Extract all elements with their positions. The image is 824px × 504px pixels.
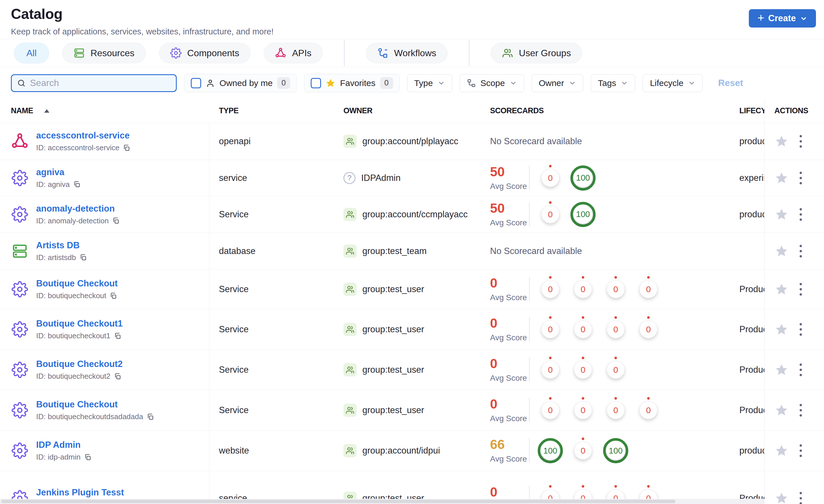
row-menu-kebab-icon[interactable] bbox=[798, 322, 804, 338]
scorecard-ring-0[interactable]: 0 bbox=[538, 201, 563, 228]
scorecards-cell: 0 Avg Score 0 0 0 0 bbox=[488, 309, 739, 350]
group-icon bbox=[343, 404, 356, 417]
copy-icon[interactable] bbox=[146, 413, 154, 420]
scorecard-ring-0[interactable]: 0 bbox=[538, 357, 563, 383]
scorecard-ring-0[interactable]: 0 bbox=[636, 276, 661, 302]
copy-icon[interactable] bbox=[112, 217, 120, 225]
favorite-toggle-star-icon[interactable] bbox=[775, 171, 788, 184]
favorite-toggle-star-icon[interactable] bbox=[775, 323, 788, 336]
scorecard-ring-0[interactable]: 0 bbox=[603, 397, 628, 423]
favorite-toggle-star-icon[interactable] bbox=[775, 404, 788, 417]
entity-name-link[interactable]: Artists DB bbox=[36, 240, 87, 251]
favorite-toggle-star-icon[interactable] bbox=[775, 444, 788, 457]
scorecard-ring-0[interactable]: 0 bbox=[571, 397, 596, 423]
owned-by-me-filter[interactable]: Owned by me 0 bbox=[184, 74, 297, 92]
entity-name-link[interactable]: Boutique Checkout1 bbox=[36, 319, 122, 329]
group-icon bbox=[343, 245, 356, 258]
entity-name-link[interactable]: accesscontrol-service bbox=[36, 130, 130, 141]
favorite-toggle-star-icon[interactable] bbox=[775, 245, 788, 258]
tab-resources[interactable]: Resources bbox=[62, 43, 146, 64]
tab-components[interactable]: Components bbox=[159, 43, 250, 64]
entity-name-link[interactable]: agniva bbox=[36, 167, 81, 177]
page-title: Catalog bbox=[11, 6, 274, 22]
favorite-toggle-star-icon[interactable] bbox=[775, 135, 788, 148]
scorecard-ring-0[interactable]: 0 bbox=[571, 276, 596, 302]
entity-name-link[interactable]: Boutique Checkout bbox=[36, 399, 154, 410]
progress-dot bbox=[549, 485, 552, 488]
filter-dropdown-tags[interactable]: Tags bbox=[591, 74, 635, 92]
scorecard-ring-0[interactable]: 0 bbox=[603, 316, 628, 343]
copy-icon[interactable] bbox=[114, 332, 121, 340]
filter-dropdown-type[interactable]: Type bbox=[407, 74, 452, 92]
scorecard-ring-0[interactable]: 0 bbox=[603, 276, 628, 302]
table-scroll-area[interactable]: NAME TYPE OWNER SCORECARDS LIFECYCLE acc… bbox=[0, 99, 764, 504]
entity-name-link[interactable]: Boutique Checkout bbox=[36, 278, 118, 289]
scorecard-ring-0[interactable]: 0 bbox=[538, 397, 563, 423]
owner-cell: group:account/idpui bbox=[343, 430, 488, 471]
copy-icon[interactable] bbox=[80, 254, 87, 261]
tab-apis[interactable]: APIs bbox=[264, 43, 323, 64]
favorite-toggle-star-icon[interactable] bbox=[775, 363, 788, 376]
favorite-toggle-star-icon[interactable] bbox=[775, 208, 788, 221]
copy-icon[interactable] bbox=[110, 292, 117, 299]
scorecard-ring-100[interactable]: 100 bbox=[538, 437, 563, 464]
scorecard-ring-0[interactable]: 0 bbox=[636, 316, 661, 343]
favorites-filter[interactable]: Favorites 0 bbox=[304, 74, 399, 92]
scorecard-ring-100[interactable]: 100 bbox=[571, 165, 596, 191]
person-icon bbox=[206, 79, 215, 88]
reset-filters-link[interactable]: Reset bbox=[718, 78, 743, 88]
tab-workflows[interactable]: Workflows bbox=[366, 43, 447, 64]
filter-dropdown-lifecycle[interactable]: Lifecycle bbox=[643, 74, 703, 92]
scorecard-ring-0[interactable]: 0 bbox=[571, 357, 596, 383]
tab-user-groups[interactable]: User Groups bbox=[491, 43, 582, 64]
row-menu-kebab-icon[interactable] bbox=[798, 443, 804, 459]
row-menu-kebab-icon[interactable] bbox=[798, 133, 804, 149]
scorecard-ring-100[interactable]: 100 bbox=[603, 437, 628, 464]
favorite-toggle-star-icon[interactable] bbox=[775, 492, 788, 504]
copy-icon[interactable] bbox=[84, 454, 92, 461]
scorecard-ring-0[interactable]: 0 bbox=[538, 165, 563, 191]
dropdown-label: Type bbox=[414, 78, 433, 88]
scorecard-ring-0[interactable]: 0 bbox=[571, 437, 596, 464]
avg-score-value: 50 bbox=[490, 165, 529, 178]
scorecard-ring-0[interactable]: 0 bbox=[538, 316, 563, 343]
row-menu-kebab-icon[interactable] bbox=[798, 402, 804, 418]
column-header-name[interactable]: NAME bbox=[0, 106, 209, 115]
owner-cell: group:account/plplayacc bbox=[343, 123, 488, 160]
entity-name-link[interactable]: anomaly-detection bbox=[36, 204, 120, 214]
row-menu-kebab-icon[interactable] bbox=[798, 362, 804, 378]
scorecards-cell: 0 Avg Score 0 0 0 0 bbox=[488, 269, 739, 309]
row-menu-kebab-icon[interactable] bbox=[798, 490, 804, 504]
owned-by-me-checkbox[interactable] bbox=[191, 78, 201, 88]
favorite-toggle-star-icon[interactable] bbox=[775, 283, 788, 296]
scorecard-ring-0[interactable]: 0 bbox=[538, 276, 563, 302]
entity-name-link[interactable]: Boutique Checkout2 bbox=[36, 359, 122, 369]
lifecycle-value: Production bbox=[739, 284, 764, 294]
scorecard-ring-0[interactable]: 0 bbox=[603, 357, 628, 383]
table-row: Boutique Checkout2 ID: boutiquecheckout2… bbox=[0, 350, 764, 390]
favorites-checkbox[interactable] bbox=[311, 78, 321, 88]
avg-score-value: 0 bbox=[490, 317, 529, 330]
horizontal-scrollbar[interactable] bbox=[0, 499, 764, 504]
horizontal-scrollbar-thumb[interactable] bbox=[1, 500, 676, 503]
filter-dropdown-scope[interactable]: Scope bbox=[459, 74, 524, 92]
row-menu-kebab-icon[interactable] bbox=[798, 243, 804, 259]
filter-dropdown-owner[interactable]: Owner bbox=[532, 74, 583, 92]
entity-name-link[interactable]: Jenkins Plugin Tesst bbox=[36, 487, 124, 498]
table-row: IDP Admin ID: idp-admin website group:ac… bbox=[0, 430, 764, 471]
owner-cell: group:test_user bbox=[343, 309, 488, 350]
tab-all[interactable]: All bbox=[14, 43, 49, 64]
row-menu-kebab-icon[interactable] bbox=[798, 170, 804, 186]
search-input[interactable] bbox=[30, 78, 171, 88]
copy-icon[interactable] bbox=[123, 144, 130, 152]
copy-icon[interactable] bbox=[73, 180, 81, 188]
entity-name-link[interactable]: IDP Admin bbox=[36, 440, 92, 450]
create-button[interactable]: + Create bbox=[749, 9, 816, 27]
scorecard-ring-0[interactable]: 0 bbox=[571, 316, 596, 343]
row-menu-kebab-icon[interactable] bbox=[798, 207, 804, 223]
row-menu-kebab-icon[interactable] bbox=[798, 281, 804, 297]
progress-dot bbox=[549, 357, 552, 359]
copy-icon[interactable] bbox=[114, 373, 121, 380]
scorecard-ring-100[interactable]: 100 bbox=[571, 201, 596, 228]
scorecard-ring-0[interactable]: 0 bbox=[636, 397, 661, 423]
